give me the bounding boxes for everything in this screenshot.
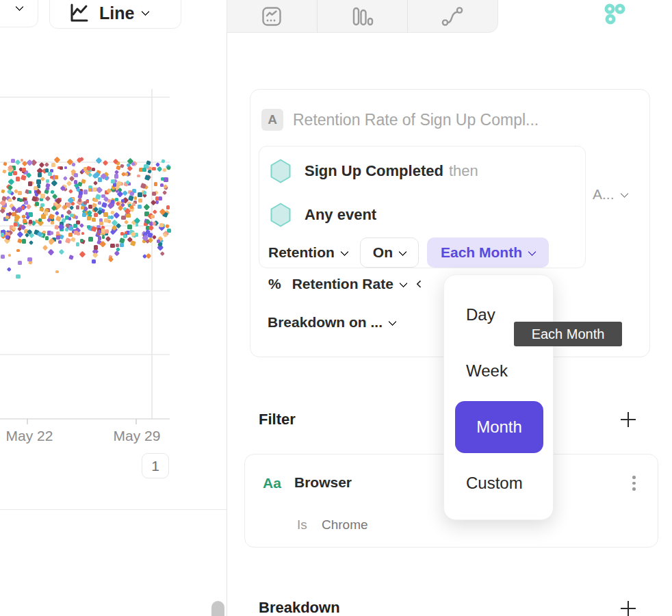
chevron-down-icon: [15, 3, 24, 12]
breakdown-section-title: Breakdown: [259, 599, 340, 616]
event-hexagon-icon: [270, 159, 291, 183]
retention-mode-dropdown[interactable]: Retention: [268, 244, 348, 261]
query-title-input[interactable]: Retention Rate of Sign Up Compl...: [293, 111, 539, 129]
line-chart-icon: [68, 2, 90, 24]
chevron-down-icon: [142, 7, 151, 16]
interval-option-custom[interactable]: Custom: [466, 474, 523, 493]
x-axis-tick-label: May 22: [0, 428, 70, 444]
tab-flow-chart[interactable]: [407, 0, 497, 33]
chart-type-label: Line: [99, 3, 134, 23]
event-then-label: then: [449, 162, 478, 180]
chevron-down-icon: [388, 317, 397, 326]
teal-circles-icon: [600, 3, 629, 27]
filter-section-title: Filter: [259, 411, 296, 428]
on-dropdown[interactable]: On: [360, 238, 419, 268]
filter-value[interactable]: Chrome: [322, 517, 368, 532]
panel-divider: [227, 0, 227, 616]
event-name[interactable]: Sign Up Completed: [305, 162, 443, 180]
retention-controls-row: Retention On Each Month: [268, 238, 549, 268]
tab-metrics-chart[interactable]: [227, 0, 317, 33]
chevron-down-icon: [398, 247, 407, 256]
app-window: Line May 22 May 29 1: [0, 0, 672, 616]
event-name[interactable]: Any event: [305, 206, 376, 224]
scatter-points: [0, 89, 170, 419]
flow-squiggle-icon: [441, 6, 464, 27]
chart-type-button[interactable]: Line: [49, 0, 181, 29]
breakdown-on-dropdown[interactable]: Breakdown on ...: [268, 314, 396, 331]
segment-dropdown[interactable]: A...: [593, 186, 628, 203]
chevron-down-icon: [340, 247, 349, 256]
each-month-tooltip: Each Month: [514, 322, 622, 346]
scrollbar-thumb[interactable]: [211, 601, 224, 616]
collapsed-dropdown-button[interactable]: [0, 0, 38, 27]
page-left-icon[interactable]: [416, 280, 424, 287]
retention-scatter-chart: [0, 89, 170, 419]
chevron-down-icon: [399, 279, 408, 287]
metric-row: % Retention Rate: [268, 276, 423, 292]
interval-option-month-selected[interactable]: Month: [455, 401, 543, 453]
filter-operator[interactable]: Is: [297, 517, 307, 532]
interval-dropdown[interactable]: Each Month: [427, 238, 549, 268]
string-property-icon: Aa: [263, 475, 281, 491]
page-number-button[interactable]: 1: [142, 453, 169, 478]
add-filter-button[interactable]: [620, 411, 636, 428]
tab-segmentation-selected[interactable]: [587, 0, 642, 33]
percent-icon: %: [268, 276, 281, 292]
event-definition-card: Sign Up Completed then Any event Retenti…: [259, 146, 586, 268]
metric-dropdown[interactable]: Retention Rate: [292, 276, 393, 292]
event-hexagon-icon: [270, 203, 291, 227]
framed-line-chart-icon: [261, 6, 282, 27]
interval-option-week[interactable]: Week: [466, 361, 508, 381]
filter-menu-button[interactable]: [632, 476, 636, 491]
bar-chart-icon: [350, 6, 374, 27]
interval-option-day[interactable]: Day: [466, 305, 495, 324]
horizontal-divider: [0, 509, 227, 510]
interval-menu: Day Week Month Custom: [443, 274, 554, 520]
event-row: Any event: [270, 203, 382, 227]
x-axis-tick-label: May 29: [96, 428, 178, 444]
add-breakdown-button[interactable]: [620, 600, 636, 616]
tab-bar-chart[interactable]: [317, 0, 407, 33]
filter-property[interactable]: Browser: [294, 474, 352, 491]
query-label-badge: A: [261, 109, 283, 131]
chevron-down-icon: [620, 189, 629, 198]
chevron-down-icon: [528, 247, 537, 256]
event-row: Sign Up Completed then: [270, 159, 478, 183]
